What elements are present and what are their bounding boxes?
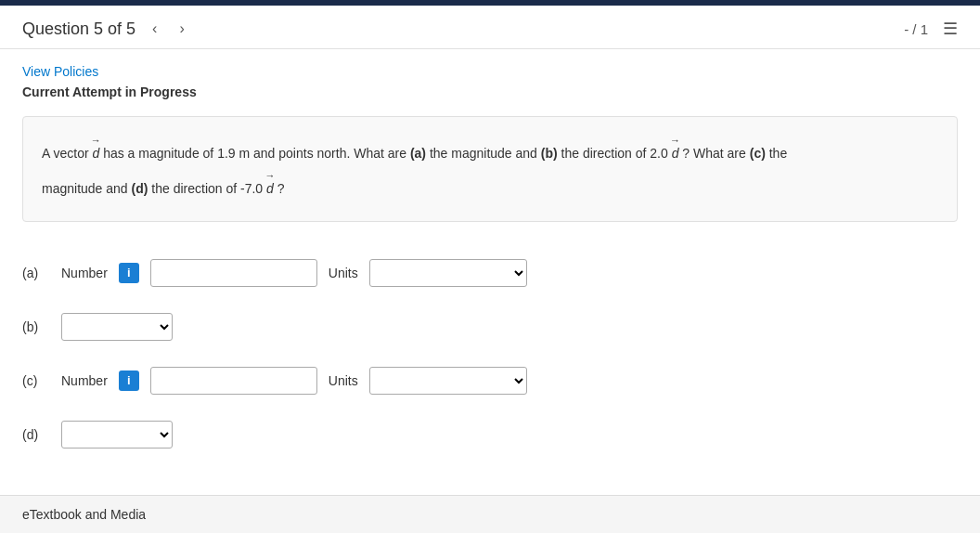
- bold-d: (d): [132, 181, 148, 196]
- content: View Policies Current Attempt in Progres…: [0, 49, 980, 259]
- vec3: d: [266, 169, 274, 201]
- part-c-number-label: Number: [61, 373, 108, 388]
- question-text-line1: A vector d has a magnitude of 1.9 m and …: [42, 134, 938, 165]
- text-line2-start: magnitude and: [42, 181, 132, 196]
- part-c-units-select[interactable]: m km cm: [369, 367, 527, 395]
- part-d-label: (d): [22, 427, 50, 442]
- text-end: ?: [277, 181, 285, 196]
- part-c-info-button[interactable]: i: [119, 370, 139, 391]
- vec2: d: [672, 134, 679, 165]
- text-middle2: the magnitude and: [430, 146, 541, 161]
- part-a-units-select[interactable]: m km cm: [369, 259, 527, 287]
- part-a-label: (a): [22, 266, 50, 280]
- question-label: Question 5 of 5: [22, 20, 135, 39]
- text-middle4: ? What are: [682, 146, 749, 161]
- text-middle1: has a magnitude of 1.9 m and points nort…: [103, 146, 410, 161]
- bold-b: (b): [541, 146, 558, 161]
- score-display: - / 1: [904, 21, 928, 37]
- current-attempt-label: Current Attempt in Progress: [22, 84, 958, 99]
- part-a-units-label: Units: [329, 266, 358, 280]
- header: Question 5 of 5 ‹ › - / 1 ☰: [0, 6, 980, 49]
- question-text-line2: magnitude and (d) the direction of -7.0 …: [42, 169, 938, 201]
- text-middle3: the direction of 2.0: [561, 146, 672, 161]
- part-d-direction-select[interactable]: North South East West: [61, 421, 173, 448]
- part-a-info-button[interactable]: i: [119, 263, 139, 283]
- next-button[interactable]: ›: [174, 19, 189, 39]
- bold-c: (c): [750, 146, 766, 161]
- text-before: A vector: [42, 146, 92, 161]
- answer-section: (a) Number i Units m km cm (b) North Sou…: [0, 259, 980, 448]
- vec1: d: [92, 134, 99, 165]
- part-c-number-input[interactable]: [150, 367, 317, 395]
- part-b-label: (b): [22, 319, 50, 334]
- text-line2-end: the direction of -7.0: [151, 181, 266, 196]
- part-a-number-label: Number: [61, 266, 108, 280]
- question-box: A vector d has a magnitude of 1.9 m and …: [22, 116, 958, 222]
- part-b-row: (b) North South East West: [22, 313, 958, 341]
- menu-icon[interactable]: ☰: [943, 19, 958, 39]
- part-d-row: (d) North South East West: [22, 421, 958, 448]
- part-a-number-input[interactable]: [150, 259, 317, 287]
- view-policies-link[interactable]: View Policies: [22, 64, 98, 79]
- part-c-row: (c) Number i Units m km cm: [22, 367, 958, 395]
- header-left: Question 5 of 5 ‹ ›: [22, 19, 190, 39]
- part-c-label: (c): [22, 373, 50, 388]
- part-a-row: (a) Number i Units m km cm: [22, 259, 958, 287]
- part-c-units-label: Units: [329, 373, 358, 388]
- prev-button[interactable]: ‹: [147, 19, 162, 39]
- bold-a: (a): [410, 146, 426, 161]
- header-right: - / 1 ☰: [904, 19, 958, 39]
- text-middle5: the: [769, 146, 787, 161]
- part-b-direction-select[interactable]: North South East West: [61, 313, 173, 341]
